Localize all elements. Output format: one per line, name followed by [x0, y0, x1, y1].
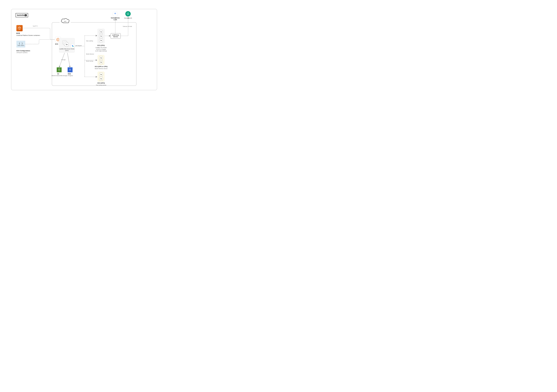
gemini-label: Gemini/Vertex LLMs — [109, 17, 122, 21]
external-llm-label: External LLM calls — [123, 26, 132, 27]
rds-icon — [68, 67, 73, 72]
chip-icon: lm — [99, 77, 103, 81]
storage-label: Storage — [61, 59, 66, 60]
svg-point-0 — [115, 14, 115, 14]
task-defn-caption: Task Defn — [17, 45, 24, 46]
web-server-label: LastMile Web Server Nodes (CPU) — [59, 48, 74, 51]
chip-icon: lm — [99, 73, 103, 76]
rds-title: RDS — [68, 73, 71, 75]
ec2-gpu-subtitle: Fine tuning service — [94, 84, 108, 86]
braces-icon: { } — [19, 42, 23, 45]
chip-icon: lm — [99, 56, 103, 60]
llm-proxy-box: LLM Proxy Service — [111, 33, 121, 39]
web-server-chip-stack: lm lm lm — [63, 41, 66, 44]
ec2-gpu-cpu-subtitle: Model Inference Server — [93, 68, 109, 69]
chip-icon: lm — [99, 39, 103, 42]
task-definition-icon: { } Task Defn — [16, 41, 25, 48]
ecr-icon — [16, 25, 23, 31]
openai-icon — [125, 11, 131, 16]
ec2-gpu-cpu-panel: lm lm — [98, 55, 104, 65]
ec2-cpu-title: EC2 (CPU) — [95, 45, 107, 46]
ec2-cpu-subtitle: LastMile CPU Nodes in ECS or Fargate (LL… — [93, 47, 109, 52]
chip-icon: lm — [99, 30, 103, 34]
cloud-icon: VPC — [60, 17, 71, 24]
ecs-config-subtitle: (infrequent updates) — [16, 52, 27, 53]
ec2-cpu-panel: lm lm lm — [98, 29, 105, 43]
logo-brand-text: lastmile — [17, 14, 25, 16]
chip-icon: lm — [99, 34, 103, 38]
ecr-subtitle: AutoEval Platform Docker containers — [16, 34, 40, 36]
vpc-label: VPC — [60, 21, 71, 22]
ecr-title: ECR — [16, 32, 20, 34]
prefect-icon — [71, 44, 74, 48]
model-training-label: Model training — [86, 60, 93, 62]
ecs-config-title: ECS Configurations — [16, 50, 30, 52]
ec2-gpu-cpu-title: EC2 (GPU or CPU) — [93, 66, 109, 67]
rds-subtitle: (Postgres) — [66, 75, 74, 76]
openai-label: Azure/OpenAI — [123, 17, 134, 19]
ec2-gpu-title: EC2 (GPU) — [94, 82, 108, 84]
data-labeling-label: Data Labeling — [86, 40, 93, 41]
ecs-label: ECS — [55, 43, 58, 45]
lastmile-logo: lastmile AI — [16, 13, 28, 17]
s3-icon — [57, 67, 62, 72]
svg-point-2 — [69, 69, 71, 70]
s3-subtitle: (Model & Dataset Blob Storage) — [51, 75, 68, 76]
job-dispatch-label: Job Dispatch — [75, 45, 82, 46]
pull-label: (pull) — [32, 25, 38, 27]
model-inference-label: Model inference — [86, 53, 94, 55]
logo-ai-badge: AI — [25, 14, 27, 16]
chip-icon: lm — [99, 60, 103, 64]
svg-point-1 — [127, 13, 129, 15]
ec2-gpu-panel: lm lm — [98, 72, 104, 82]
s3-title: S3 — [57, 73, 59, 75]
chip-icon: lm — [65, 43, 68, 46]
gemini-vertex-icon — [113, 11, 118, 16]
